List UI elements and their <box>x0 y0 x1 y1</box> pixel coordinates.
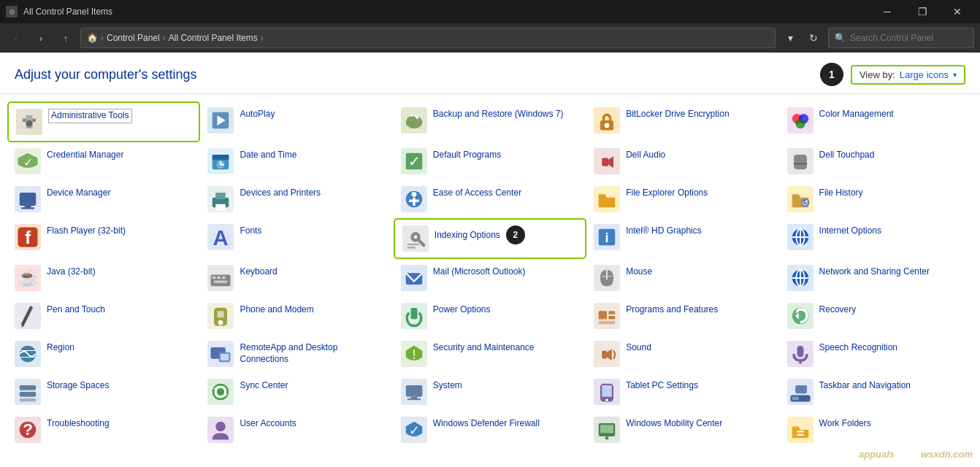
cp-item-internet-options[interactable]: Internet Options <box>780 218 973 259</box>
remoteapp-label: RemoteApp and Desktop Connections <box>240 341 386 365</box>
cp-item-region[interactable]: Region <box>7 335 200 373</box>
search-icon: 🔍 <box>835 33 846 43</box>
cp-item-windows-defender[interactable]: ✓Windows Defender Firewall <box>394 411 586 449</box>
svg-rect-83 <box>797 346 803 358</box>
fonts-icon: A <box>207 224 234 250</box>
cp-item-flash-player[interactable]: fFlash Player (32-bit) <box>7 218 200 259</box>
app-icon: ⚙ <box>6 6 18 18</box>
cp-item-color-management[interactable]: Color Management <box>780 101 973 142</box>
svg-point-66 <box>218 320 223 325</box>
cp-item-bitlocker[interactable]: BitLocker Drive Encryption <box>586 101 779 142</box>
cp-item-windows-mobility[interactable]: Windows Mobility Center <box>586 411 779 449</box>
address-bar: ‹ › ↑ 🏠 › Control Panel › All Control Pa… <box>0 23 980 53</box>
svg-text:✓: ✓ <box>407 153 420 169</box>
cp-item-file-explorer-options[interactable]: File Explorer Options <box>586 180 779 218</box>
cp-item-troubleshooting[interactable]: ?Troubleshooting <box>7 411 200 449</box>
cp-item-sync-center[interactable]: Sync Center <box>200 373 393 411</box>
tablet-pc-label: Tablet PC Settings <box>626 379 698 392</box>
restore-button[interactable]: ❐ <box>906 0 939 23</box>
cp-item-phone-modem[interactable]: Phone and Modem <box>200 297 393 335</box>
device-manager-icon <box>15 186 41 212</box>
indexing-options-icon <box>402 225 429 252</box>
cp-item-storage-spaces[interactable]: Storage Spaces <box>7 373 200 411</box>
cp-item-indexing-options[interactable]: Indexing Options2 <box>394 218 586 259</box>
cp-item-programs-features[interactable]: Programs and Features <box>586 297 779 335</box>
svg-text:!: ! <box>412 347 416 362</box>
cp-item-autoplay[interactable]: AutoPlay <box>200 101 393 142</box>
cp-item-mouse[interactable]: Mouse <box>586 259 779 297</box>
svg-point-95 <box>605 398 608 401</box>
svg-rect-56 <box>214 280 227 282</box>
cp-item-fonts[interactable]: AFonts <box>200 218 393 259</box>
cp-item-security-maintenance[interactable]: !Security and Maintenance <box>394 335 586 373</box>
svg-rect-23 <box>794 155 807 169</box>
windows-defender-label: Windows Defender Firewall <box>433 417 540 430</box>
cp-item-pen-touch[interactable]: Pen and Touch <box>7 297 200 335</box>
mail-outlook-label: Mail (Microsoft Outlook) <box>433 265 526 278</box>
bitlocker-label: BitLocker Drive Encryption <box>626 107 729 120</box>
view-controls: 1 View by: Large icons ▾ <box>820 63 965 86</box>
user-accounts-icon <box>207 417 234 443</box>
breadcrumb-all-items[interactable]: All Control Panel Items <box>169 33 258 43</box>
network-sharing-icon <box>787 265 814 291</box>
address-path[interactable]: 🏠 › Control Panel › All Control Panel It… <box>80 28 776 48</box>
dell-touchpad-label: Dell Touchpad <box>819 148 875 161</box>
cp-item-credential-manager[interactable]: ✓Credential Manager <box>7 142 200 180</box>
cp-item-default-programs[interactable]: ✓Default Programs <box>394 142 586 180</box>
cp-item-user-accounts[interactable]: User Accounts <box>200 411 393 449</box>
cp-item-dell-touchpad[interactable]: Dell Touchpad <box>780 142 973 180</box>
color-management-label: Color Management <box>819 107 894 120</box>
search-box[interactable]: 🔍 Search Control Panel <box>828 28 974 48</box>
mouse-label: Mouse <box>626 265 652 278</box>
refresh-button[interactable]: ↻ <box>803 28 824 48</box>
svg-rect-53 <box>213 277 216 279</box>
programs-features-label: Programs and Features <box>626 303 718 316</box>
svg-point-4 <box>26 120 33 127</box>
cp-item-remoteapp[interactable]: RemoteApp and Desktop Connections <box>200 335 393 373</box>
cp-item-dell-audio[interactable]: Dell Audio <box>586 142 779 180</box>
cp-item-work-folders[interactable]: Work Folders <box>780 411 973 449</box>
svg-rect-91 <box>406 385 423 397</box>
cp-item-ease-access[interactable]: Ease of Access Center <box>394 180 586 218</box>
cp-item-network-sharing[interactable]: Network and Sharing Center <box>780 259 973 297</box>
sound-icon <box>594 341 620 367</box>
cp-item-devices-printers[interactable]: Devices and Printers <box>200 180 393 218</box>
forward-button[interactable]: › <box>31 28 51 48</box>
svg-rect-43 <box>407 244 419 245</box>
cp-item-device-manager[interactable]: Device Manager <box>7 180 200 218</box>
cp-item-mail-outlook[interactable]: Mail (Microsoft Outlook) <box>394 259 586 297</box>
cp-item-sound[interactable]: Sound <box>586 335 779 373</box>
phone-modem-label: Phone and Modem <box>240 303 313 316</box>
up-button[interactable]: ↑ <box>55 28 76 48</box>
cp-item-tablet-pc[interactable]: Tablet PC Settings <box>586 373 779 411</box>
cp-item-java-32bit[interactable]: ☕Java (32-bit) <box>7 259 200 297</box>
cp-item-system[interactable]: System <box>394 373 586 411</box>
cp-item-recovery[interactable]: Recovery <box>780 297 973 335</box>
svg-rect-55 <box>223 277 226 279</box>
home-icon: 🏠 <box>87 33 98 43</box>
svg-text:⚙: ⚙ <box>9 8 15 16</box>
close-button[interactable]: ✕ <box>941 0 974 23</box>
cp-item-taskbar-nav[interactable]: Taskbar and Navigation <box>780 373 973 411</box>
minimize-button[interactable]: ─ <box>870 0 904 23</box>
cp-item-keyboard[interactable]: Keyboard <box>200 259 393 297</box>
network-sharing-label: Network and Sharing Center <box>819 265 930 278</box>
back-button[interactable]: ‹ <box>6 28 26 48</box>
cp-item-file-history[interactable]: ↺File History <box>780 180 973 218</box>
intel-hd-label: Intel® HD Graphics <box>626 224 702 237</box>
internet-options-icon <box>787 224 814 250</box>
svg-text:i: i <box>605 231 609 245</box>
taskbar-nav-icon <box>787 379 814 405</box>
cp-item-backup-restore[interactable]: Backup and Restore (Windows 7) <box>394 101 586 142</box>
ease-access-icon <box>401 186 427 212</box>
cp-item-power-options[interactable]: Power Options <box>394 297 586 335</box>
cp-item-speech-recognition[interactable]: Speech Recognition <box>780 335 973 373</box>
breadcrumb-control-panel[interactable]: Control Panel <box>107 33 160 43</box>
step-2-circle: 2 <box>506 225 525 244</box>
user-accounts-label: User Accounts <box>240 417 296 430</box>
cp-item-date-time[interactable]: Date and Time <box>200 142 393 180</box>
dropdown-arrow[interactable]: ▾ <box>780 28 800 48</box>
view-by-selector[interactable]: View by: Large icons ▾ <box>851 65 965 85</box>
cp-item-administrative-tools[interactable]: Administrative Tools <box>7 101 200 142</box>
cp-item-intel-hd[interactable]: iIntel® HD Graphics <box>586 218 779 259</box>
